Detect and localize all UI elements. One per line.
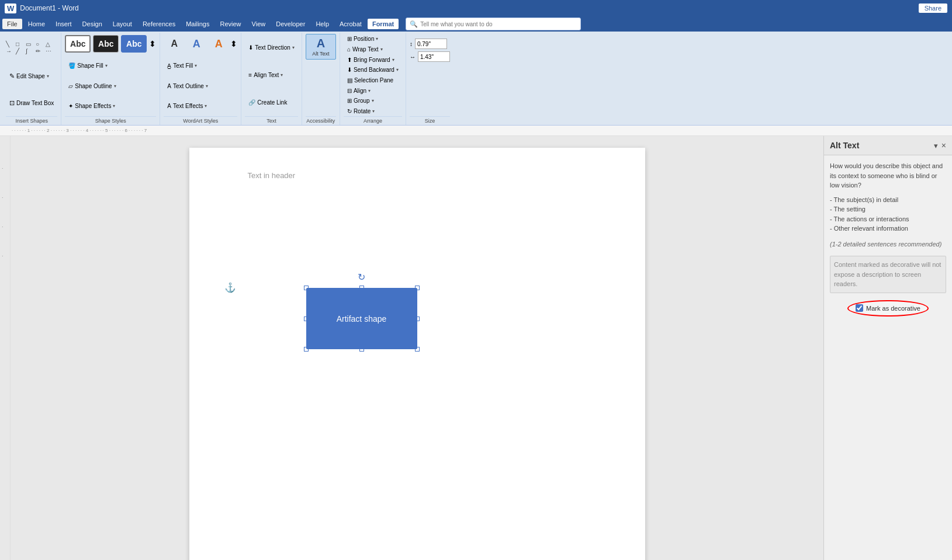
panel-collapse-button[interactable]: ▾ [934,141,938,150]
wordart-scroll-icon[interactable]: ⬍ [230,39,237,48]
arrange-col-1: ⊞ Position ▾ ⌂ Wrap Text ▾ ⬆ Bring Forwa… [344,34,398,65]
edit-shape-dropdown-icon: ▾ [47,74,49,79]
panel-header: Alt Text ▾ × [824,136,952,155]
wrap-text-button[interactable]: ⌂ Wrap Text ▾ [344,44,398,54]
text-outline-button[interactable]: A Text Outline ▾ [164,81,211,91]
ribbon-group-wordart: A A A ⬍ A̲ Text Fill ▾ A Text Outline ▾ … [160,33,241,125]
menu-layout[interactable]: Layout [108,19,137,29]
anchor-icon[interactable]: ⚓ [224,282,236,293]
height-input[interactable] [415,39,447,49]
menu-review[interactable]: Review [216,19,246,29]
more-shapes-icon[interactable]: ⋯ [46,48,55,54]
text-fill-button[interactable]: A̲ Text Fill ▾ [164,61,200,71]
align-text-dropdown-icon: ▾ [281,72,283,78]
width-icon: ↔ [410,54,416,60]
size-col: ↕ ↔ [410,34,450,62]
rotate-handle[interactable]: ↻ [358,272,365,283]
wrap-text-icon: ⌂ [347,46,351,53]
rounded-rect-icon[interactable]: ▭ [26,41,35,47]
shape-outline-dropdown-icon: ▾ [114,84,116,89]
menu-help[interactable]: Help [311,19,334,29]
wordart-styles-label: WordArt Styles [164,116,237,125]
shape-fill-button[interactable]: 🪣 Shape Fill ▾ [65,61,110,71]
shape-styles-scroll-icon[interactable]: ⬍ [149,39,156,48]
margin-mark-2: · [2,194,4,200]
arrange-col-3: ⊞ Group ▾ ↻ Rotate ▾ [344,96,378,116]
text-effects-dropdown-icon: ▾ [205,103,207,109]
arrow-icon[interactable]: → [6,48,15,54]
artifact-shape[interactable]: Artifact shape [306,288,417,349]
menu-home[interactable]: Home [23,19,50,29]
mark-decorative-checkbox[interactable] [856,304,863,312]
rect-tool-icon[interactable]: □ [16,41,25,47]
panel-close-button[interactable]: × [941,141,946,150]
shape-container[interactable]: ↻ Artifact shape [306,288,417,349]
wordart-swatch-2[interactable]: A [186,36,207,52]
shape-outline-icon: ▱ [68,83,73,89]
document-area: Text in header ⚓ ↻ Artifact shape [11,136,823,560]
menu-view[interactable]: View [247,19,271,29]
menu-format[interactable]: Format [368,19,399,29]
group-button[interactable]: ⊞ Group ▾ [344,96,378,106]
shape-style-swatch-3[interactable]: Abc [121,35,147,53]
shape-effects-button[interactable]: ✦ Shape Effects ▾ [65,101,119,111]
shape-swatches-row: Abc Abc Abc ⬍ [65,34,156,54]
title-bar-left: W Document1 - Word [5,4,79,13]
wordart-swatch-3[interactable]: A [208,36,229,52]
share-button[interactable]: Share [919,4,947,13]
shape-style-swatch-2[interactable]: Abc [93,35,119,53]
triangle-icon[interactable]: △ [46,41,55,47]
panel-recommendation: (1-2 detailed sentences recommended) [830,239,946,249]
text-effects-icon: A [167,103,171,109]
draw-text-box-row: ⊡ Draw Text Box [6,89,57,116]
width-input[interactable] [418,51,450,62]
position-button[interactable]: ⊞ Position ▾ [344,34,398,44]
edit-shape-button[interactable]: ✎ Edit Shape ▾ [6,71,53,82]
rotate-dropdown-icon: ▾ [372,109,375,114]
size-label: Size [410,116,450,125]
decorative-placeholder-text: Content marked as decorative will not ex… [834,261,941,287]
selection-pane-button[interactable]: ▤ Selection Pane [344,75,402,85]
shape-outline-button[interactable]: ▱ Shape Outline ▾ [65,81,119,91]
shape-effects-icon: ✦ [68,103,73,109]
document-title: Document1 - Word [20,4,78,12]
shape-style-swatch-1[interactable]: Abc [65,35,91,53]
draw-text-box-button[interactable]: ⊡ Draw Text Box [6,98,57,109]
menu-mailings[interactable]: Mailings [181,19,214,29]
text-direction-row: ⬇ Text Direction ▾ [245,34,298,61]
text-direction-button[interactable]: ⬇ Text Direction ▾ [245,43,298,53]
send-backward-button[interactable]: ⬇ Send Backward ▾ [344,65,402,75]
align-button[interactable]: ⊟ Align ▾ [344,86,402,96]
rotate-button[interactable]: ↻ Rotate ▾ [344,106,378,116]
wrap-text-dropdown-icon: ▾ [380,47,383,52]
mark-decorative-container: Mark as decorative [830,300,946,317]
line-tool-icon[interactable]: ╲ [6,41,15,47]
align-text-button[interactable]: ≡ Align Text ▾ [245,70,286,80]
ribbon-group-insert-shapes: ╲ □ ▭ ○ △ → ╱ ∫ ✏ ⋯ ✎ Edit Shape ▾ ⊡ Dra [2,33,61,125]
alt-text-button[interactable]: A Alt Text [306,34,336,60]
create-link-button[interactable]: 🔗 Create Link [245,98,290,107]
menu-bar: File Home Insert Design Layout Reference… [0,16,952,32]
line2-icon[interactable]: ╱ [16,48,25,54]
menu-acrobat[interactable]: Acrobat [335,19,366,29]
curve-icon[interactable]: ∫ [26,48,35,54]
freeform-icon[interactable]: ✏ [36,48,45,54]
send-backward-dropdown-icon: ▾ [396,67,399,72]
oval-icon[interactable]: ○ [36,41,45,47]
menu-design[interactable]: Design [78,19,107,29]
panel-controls: ▾ × [934,141,946,150]
menu-file[interactable]: File [2,19,22,29]
menu-insert[interactable]: Insert [51,19,77,29]
shape-fill-icon: 🪣 [68,62,75,69]
wordart-swatch-1[interactable]: A [164,36,185,52]
word-logo-icon: W [5,4,16,13]
text-effects-button[interactable]: A Text Effects ▾ [164,101,210,111]
search-input[interactable] [420,21,577,27]
group-dropdown-icon: ▾ [372,98,374,103]
menu-references[interactable]: References [138,19,180,29]
bring-forward-button[interactable]: ⬆ Bring Forward ▾ [344,55,398,65]
menu-developer[interactable]: Developer [271,19,310,29]
search-bar[interactable]: 🔍 [406,18,581,30]
alt-text-icon: A [317,37,325,50]
mark-decorative-label[interactable]: Mark as decorative [866,304,920,314]
